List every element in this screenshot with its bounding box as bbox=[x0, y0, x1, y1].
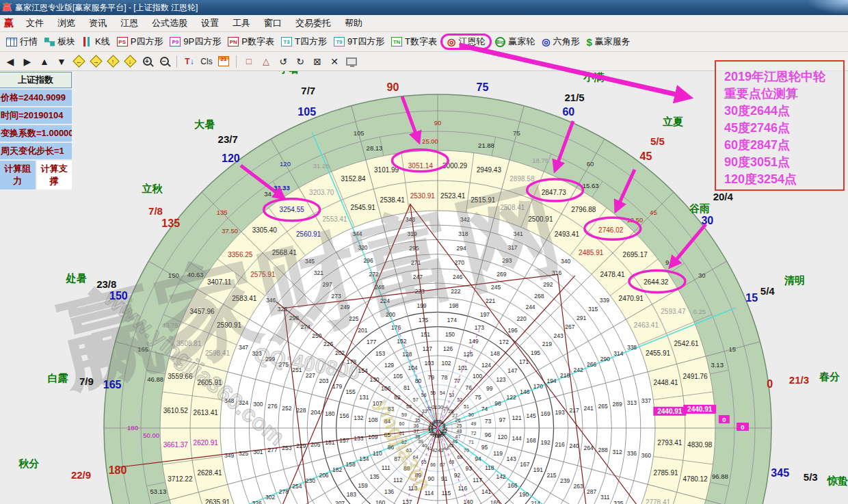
svg-text:197: 197 bbox=[480, 311, 490, 318]
toolbar-button-9T四方形[interactable]: T99T四方形 bbox=[330, 34, 388, 49]
menu-item-7[interactable]: 窗口 bbox=[257, 16, 289, 31]
svg-text:91: 91 bbox=[441, 475, 448, 482]
toolbar-button-label: P数字表 bbox=[241, 36, 274, 48]
scale-up-button[interactable]: ▲ bbox=[38, 55, 51, 68]
menu-item-6[interactable]: 工具 bbox=[226, 16, 257, 31]
delete-box-button[interactable]: ⊠ bbox=[311, 55, 323, 68]
svg-text:265: 265 bbox=[598, 403, 608, 410]
toolbar-button-T四方形[interactable]: T3T四方形 bbox=[278, 34, 330, 49]
svg-text:96: 96 bbox=[485, 432, 492, 438]
kline-icon bbox=[82, 37, 92, 47]
menu-item-4[interactable]: 公式选股 bbox=[145, 16, 194, 31]
toolbar-button-江恩轮[interactable]: ◎江恩轮 bbox=[440, 34, 492, 50]
info-row-0: 价格=2440.9099 bbox=[0, 90, 72, 106]
back-button[interactable]: ◀ bbox=[4, 55, 16, 68]
toolbar-button-赢家服务[interactable]: $赢家服务 bbox=[583, 34, 633, 49]
app-logo-icon: 赢 bbox=[3, 1, 12, 14]
toolbar-button-板块[interactable]: 板块 bbox=[41, 34, 79, 49]
svg-text:77: 77 bbox=[454, 377, 461, 384]
calc-resistance-button[interactable]: 计算阻力 bbox=[0, 161, 36, 189]
toolbar-button-六角形[interactable]: ◎六角形 bbox=[538, 34, 583, 49]
svg-text:2949.43: 2949.43 bbox=[477, 166, 502, 174]
svg-text:159: 159 bbox=[358, 482, 368, 489]
diamond-arrow-icon: ← bbox=[72, 55, 85, 67]
cls-button[interactable]: Cls bbox=[200, 55, 213, 68]
presentation-button[interactable] bbox=[345, 55, 358, 68]
svg-text:2695.17: 2695.17 bbox=[623, 251, 648, 258]
svg-text:97: 97 bbox=[499, 416, 506, 423]
draw-triangle-button[interactable]: △ bbox=[260, 55, 272, 68]
menu-item-9[interactable]: 帮助 bbox=[338, 16, 369, 31]
svg-text:112: 112 bbox=[393, 477, 403, 483]
svg-text:119: 119 bbox=[493, 450, 503, 457]
zoom-out-button[interactable]: − bbox=[158, 55, 170, 68]
menu-item-5[interactable]: 设置 bbox=[194, 16, 226, 31]
svg-text:205: 205 bbox=[310, 441, 320, 448]
svg-text:287: 287 bbox=[587, 488, 596, 495]
svg-text:135: 135 bbox=[369, 473, 379, 480]
pan-left-button[interactable]: ← bbox=[72, 55, 85, 68]
toolbar-button-P数字表[interactable]: PNP数字表 bbox=[224, 34, 278, 49]
svg-text:241: 241 bbox=[584, 405, 594, 412]
svg-text:74: 74 bbox=[481, 406, 488, 412]
svg-text:5/4: 5/4 bbox=[760, 285, 776, 297]
zoom-in-button[interactable]: + bbox=[141, 55, 153, 68]
svg-text:5/5: 5/5 bbox=[650, 135, 665, 147]
toolbar-button-K线[interactable]: K线 bbox=[79, 34, 114, 49]
rotate-cw-button[interactable]: ↻ bbox=[294, 55, 306, 68]
cross-tool-button[interactable]: ✕ bbox=[328, 55, 341, 68]
svg-text:48: 48 bbox=[457, 429, 462, 434]
svg-text:96.88: 96.88 bbox=[712, 473, 728, 480]
time-sort-button[interactable]: T↓ bbox=[183, 55, 196, 68]
svg-text:183: 183 bbox=[347, 491, 356, 498]
toolbar-button-赢家轮[interactable]: Big赢家轮 bbox=[492, 34, 538, 49]
svg-text:165: 165 bbox=[103, 379, 122, 390]
svg-text:2440.91: 2440.91 bbox=[657, 408, 683, 415]
svg-text:50: 50 bbox=[468, 412, 474, 417]
svg-text:51: 51 bbox=[464, 404, 469, 409]
svg-text:144: 144 bbox=[512, 435, 522, 442]
svg-text:206: 206 bbox=[319, 472, 328, 479]
svg-text:31: 31 bbox=[432, 405, 438, 410]
svg-text:122: 122 bbox=[507, 394, 516, 401]
svg-text:71: 71 bbox=[468, 440, 474, 445]
calendar-button[interactable]: 21 bbox=[217, 55, 230, 68]
svg-text:114: 114 bbox=[425, 490, 434, 496]
hexagon-icon: ◎ bbox=[542, 37, 550, 47]
toolbar-button-label: 六角形 bbox=[553, 36, 579, 48]
svg-text:196: 196 bbox=[508, 327, 518, 334]
menu-item-8[interactable]: 交易委托 bbox=[289, 16, 338, 31]
svg-text:267: 267 bbox=[565, 323, 574, 330]
info-panel: 上证指数 价格=2440.9099时间=20190104变换系数=1.00000… bbox=[0, 72, 72, 189]
pan-right-button[interactable]: → bbox=[90, 55, 102, 68]
svg-text:314: 314 bbox=[613, 350, 623, 357]
toolbar-button-P四方形[interactable]: PSP四方形 bbox=[114, 34, 167, 49]
svg-text:20/4: 20/4 bbox=[713, 191, 734, 202]
toolbar-button-T数字表[interactable]: TNT数字表 bbox=[388, 34, 440, 49]
svg-text:秋分: 秋分 bbox=[18, 457, 39, 469]
menu-item-3[interactable]: 江恩 bbox=[114, 16, 145, 31]
svg-text:98: 98 bbox=[494, 400, 501, 407]
svg-text:25.00: 25.00 bbox=[422, 137, 438, 145]
toolbar-button-9P四方形[interactable]: P99P四方形 bbox=[166, 34, 224, 49]
rotate-ccw-button[interactable]: ↺ bbox=[277, 55, 289, 68]
toolbar-button-行情[interactable]: 行情 bbox=[3, 34, 41, 49]
pan-down-button[interactable]: ↓ bbox=[124, 55, 136, 68]
toolbar-button-label: 行情 bbox=[20, 36, 38, 48]
menu-item-0[interactable]: 文件 bbox=[19, 16, 51, 31]
menu-item-2[interactable]: 资讯 bbox=[82, 16, 114, 31]
scale-down-button[interactable]: ▼ bbox=[55, 55, 68, 68]
draw-rect-button[interactable]: □ bbox=[243, 55, 255, 68]
svg-text:81: 81 bbox=[403, 384, 410, 391]
svg-text:218: 218 bbox=[560, 372, 570, 379]
forward-button[interactable]: ▶ bbox=[21, 55, 34, 68]
calc-support-button[interactable]: 计算支撑 bbox=[37, 161, 72, 189]
svg-text:90: 90 bbox=[434, 119, 442, 127]
svg-text:72: 72 bbox=[471, 431, 477, 436]
svg-text:小满: 小满 bbox=[583, 71, 605, 83]
svg-text:94: 94 bbox=[475, 455, 481, 462]
pan-up-button[interactable]: ↑ bbox=[107, 55, 119, 68]
svg-text:春分: 春分 bbox=[819, 371, 840, 382]
menu-item-1[interactable]: 浏览 bbox=[51, 16, 82, 31]
instrument-title: 上证指数 bbox=[0, 72, 72, 88]
